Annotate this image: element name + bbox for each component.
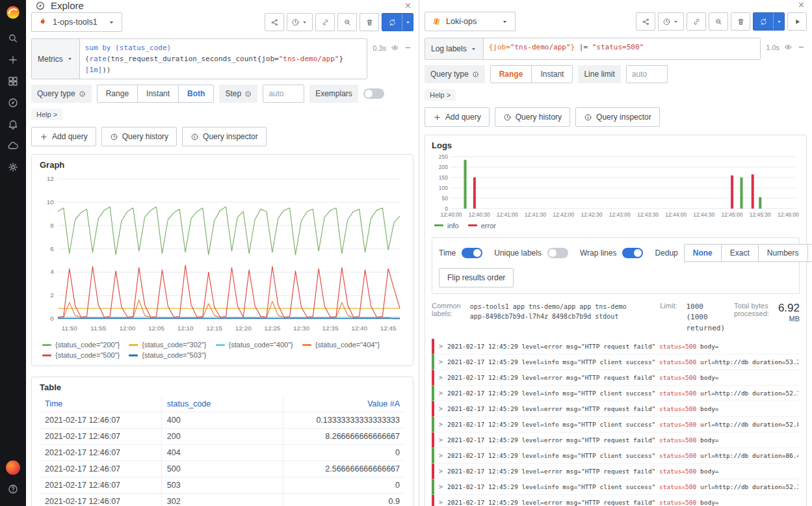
pane-header-left: Explore × [26,0,419,11]
query-inspector-button[interactable]: Query inspector [575,107,660,127]
legend-item[interactable]: {status_code="302"} [129,341,206,349]
close-pane-right-button[interactable]: × [798,0,804,10]
log-row-info[interactable]: >2021-02-17 12:45:29 level=info msg="HTT… [432,354,800,370]
help-link[interactable]: Help > [31,109,62,120]
query-inspector-button[interactable]: Query inspector [182,127,267,146]
time-range-button[interactable] [658,12,684,31]
log-row-error[interactable]: >2021-02-17 12:45:29 level=error msg="HT… [432,433,800,448]
datasource-picker-right[interactable]: Loki-ops [425,12,516,31]
link-icon [692,18,701,26]
graph-canvas[interactable]: 02468101211:5011:5512:0012:0512:1012:151… [40,174,405,336]
legend-item[interactable]: {status_code="500"} [42,351,120,359]
log-row-info[interactable]: >2021-02-17 12:45:29 level=info msg="HTT… [432,386,800,401]
sidebar-item-search[interactable] [0,27,26,49]
sidebar-item-configuration[interactable] [0,156,26,178]
legend-item[interactable]: info [434,222,459,230]
datasource-picker-left[interactable]: 1-ops-tools1 [31,12,122,32]
line-limit-input[interactable] [626,65,668,83]
log-status-token: status=500 [659,452,696,459]
clear-query-button[interactable] [731,12,750,31]
option-both[interactable]: Both [178,85,214,103]
sidebar-item-cloud[interactable] [0,135,26,156]
option-none[interactable]: None [684,244,722,262]
live-tail-button[interactable] [787,12,807,31]
share-button[interactable] [636,12,655,31]
legend-item[interactable]: {status_code="200"} [42,341,120,349]
table-header-value-a[interactable]: Value #A [283,396,405,412]
log-row-error[interactable]: >2021-02-17 12:45:29 level=error msg="HT… [432,370,800,386]
legend-swatch [129,344,138,346]
chevron-down-icon [470,46,477,53]
sidebar-item-alerting[interactable] [0,113,26,135]
log-labels-dropdown[interactable]: Log labels [425,38,484,59]
add-query-button[interactable]: Add query [425,107,490,127]
legend-item[interactable]: {status_code="503"} [129,351,206,359]
query-history-button[interactable]: Query history [101,127,177,146]
unique-labels-toggle[interactable] [547,248,568,258]
query-actions-right: Add query Query history Query inspector [419,101,812,129]
svg-text:12:44:00: 12:44:00 [665,211,687,218]
log-row-error[interactable]: >2021-02-17 12:45:29 level=error msg="HT… [432,495,800,506]
toolbar-left: 1-ops-tools1 [26,11,419,36]
sidebar-item-dashboards[interactable] [0,70,26,92]
metrics-mode-dropdown[interactable]: Metrics [32,39,80,79]
share-button[interactable] [265,13,284,31]
query-input-left[interactable]: sum by (status_code)(rate(tns_request_du… [80,39,367,79]
compass-icon [7,97,19,109]
sidebar-item-create[interactable] [0,49,26,70]
step-input[interactable] [263,85,304,103]
expand-log-icon: > [439,390,443,397]
option-exact[interactable]: Exact [721,244,759,262]
link-button[interactable] [315,13,335,31]
clear-query-button[interactable] [360,13,379,31]
legend-item[interactable]: {status_code="404"} [302,341,380,349]
log-row-error[interactable]: >2021-02-17 12:45:29 level=error msg="HT… [432,464,800,479]
option-range[interactable]: Range [490,65,532,83]
link-button[interactable] [687,12,706,31]
sidebar-item-help[interactable] [0,478,26,499]
query-history-button[interactable]: Query history [495,107,570,127]
run-query-button[interactable] [753,12,785,31]
add-query-button[interactable]: Add query [31,127,96,146]
time-toggle[interactable] [462,248,482,258]
option-range[interactable]: Range [97,85,138,103]
sidebar-item-profile[interactable] [0,457,26,478]
option-numbers[interactable]: Numbers [758,244,808,262]
exemplars-toggle[interactable] [363,88,384,99]
help-link[interactable]: Help > [425,89,456,101]
option-instant[interactable]: Instant [531,65,573,83]
close-pane-left-button[interactable]: × [405,1,411,11]
logs-histogram[interactable]: 05010015020025012:40:0012:40:3012:41:001… [432,154,800,219]
preview-toggle-button[interactable] [783,42,794,53]
svg-text:12:41:00: 12:41:00 [497,211,518,218]
query-input-right[interactable]: {job="tns-demo/app"} |= "status=500" [484,38,760,59]
log-row-error[interactable]: >2021-02-17 12:45:29 level=error msg="HT… [432,401,800,417]
log-row-error[interactable]: >2021-02-17 12:45:29 level=error msg="HT… [432,339,800,354]
collapse-query-button[interactable] [796,42,807,53]
query-duration: 0.3s [373,44,386,52]
sidebar-item-explore[interactable] [0,92,26,113]
dashboards-icon [7,75,19,87]
svg-text:0: 0 [50,315,54,322]
collapse-query-button[interactable] [402,42,413,53]
run-query-button[interactable] [382,13,413,31]
zoom-out-button[interactable] [337,13,357,31]
table-header-status-code[interactable]: status_code [161,396,283,412]
grafana-logo[interactable] [5,4,21,21]
legend-item[interactable]: error [468,222,496,230]
option-signature[interactable]: Signature [807,244,812,262]
log-row-info[interactable]: >2021-02-17 12:45:29 level=info msg="HTT… [432,448,800,464]
svg-text:12:43:00: 12:43:00 [609,211,631,218]
time-range-button[interactable] [287,13,313,31]
svg-text:2: 2 [50,291,54,299]
table-header-time[interactable]: Time [40,396,161,412]
zoom-out-button[interactable] [709,12,728,31]
log-row-info[interactable]: >2021-02-17 12:45:29 level=info msg="HTT… [432,417,800,433]
legend-item[interactable]: {status_code="400"} [216,341,293,349]
log-row-info[interactable]: >2021-02-17 12:45:29 level=info msg="HTT… [432,479,800,495]
flip-results-order-button[interactable]: Flip results order [439,268,514,287]
wrap-lines-toggle[interactable] [622,248,643,258]
preview-toggle-button[interactable] [389,42,400,53]
step-label: Step [219,85,257,103]
option-instant[interactable]: Instant [137,85,179,103]
